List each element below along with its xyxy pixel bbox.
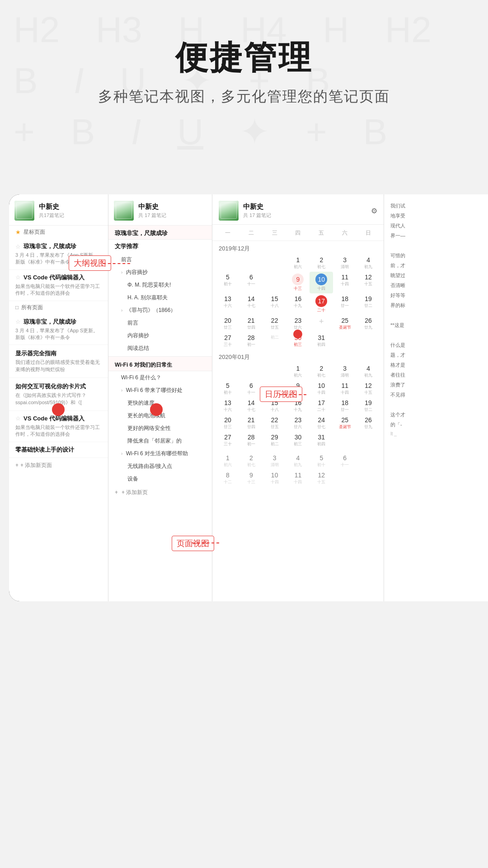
add-page-btn-list[interactable]: ++ 添加新页面 xyxy=(9,458,108,473)
jan-4[interactable]: 4初九 xyxy=(357,363,380,380)
partial-grid: 1初六 2初七 3清明 4初九 5初十 6十一 8十二 9十三 10十四 11十… xyxy=(212,453,384,487)
cal-day-9[interactable]: 9十三 xyxy=(286,272,310,293)
jan-30[interactable]: 30初三 xyxy=(286,432,310,449)
weekday-thu: 四 xyxy=(286,227,310,239)
jan-11[interactable]: 11十四 xyxy=(333,380,357,397)
add-page-btn-outline[interactable]: ++ 添加新页 xyxy=(108,485,212,500)
jan-20[interactable]: 20廿三 xyxy=(216,415,239,432)
notebook-count-3: 共 17 篇笔记 xyxy=(243,212,366,219)
star-section: ★ 星标页面 xyxy=(9,226,108,239)
cal-day-26[interactable]: 26廿九 xyxy=(357,315,380,332)
cal-day-16[interactable]: 16十九 xyxy=(286,293,310,315)
star-empty-icon-4: ☆ xyxy=(15,415,21,422)
annotation-page-label: 页面视图 xyxy=(172,536,214,551)
page-subtitle: 多种笔记本视图，多元化管理您的笔记页面 xyxy=(0,87,488,107)
cal-day-20[interactable]: 20廿三 xyxy=(216,315,239,332)
jan-17[interactable]: 17二十 xyxy=(310,397,333,415)
cal-day-1[interactable]: 1初六 xyxy=(286,255,310,272)
jan-19[interactable]: 19廿二 xyxy=(357,397,380,415)
jan-26[interactable]: 26廿九 xyxy=(357,415,380,432)
cal-day-14[interactable]: 14十七 xyxy=(239,293,263,315)
cal-day-6[interactable]: 6十一 xyxy=(239,272,263,293)
p6: 6十一 xyxy=(333,453,357,470)
list-item-7[interactable]: 零基础快读上手的设计 xyxy=(9,442,108,458)
jan-18[interactable]: 18廿一 xyxy=(333,397,357,415)
cal-day-15[interactable]: 15十八 xyxy=(263,293,286,315)
jan-25[interactable]: 25圣诞节 xyxy=(333,415,357,432)
list-notebook-header: 中新史 共17篇笔记 xyxy=(9,194,108,226)
cal-day-31[interactable]: 31初四 xyxy=(310,332,333,349)
jan-12[interactable]: 12十五 xyxy=(357,380,380,397)
file-icon: □ xyxy=(15,304,19,311)
weekday-sun: 日 xyxy=(357,227,380,239)
red-dot-calendar xyxy=(293,330,302,339)
jan-23[interactable]: 23廿六 xyxy=(286,415,310,432)
list-item-2[interactable]: ☆ VS Code 代码编辑器入 如果当电脑只能装一个软件还需学习工作时，不知道… xyxy=(9,270,108,301)
wifi-item-9: 设备 xyxy=(108,472,212,485)
jan-31[interactable]: 31初四 xyxy=(310,432,333,449)
jan-2[interactable]: 2初七 xyxy=(310,363,333,380)
cal-day-4[interactable]: 4初九 xyxy=(357,255,380,272)
reading-text: 我们试 地享受 现代人 界一— 可惜的 前，才 眺望过 否清晰 好等等 界的标 … xyxy=(390,201,488,439)
jan-28[interactable]: 28初一 xyxy=(239,432,263,449)
outline-item-7: 内容摘抄 xyxy=(108,329,212,342)
jan-6[interactable]: 6十一 xyxy=(239,380,263,397)
cal-day-add[interactable]: + xyxy=(310,315,333,332)
cal-day-30[interactable]: 30 初三 xyxy=(286,332,310,349)
cal-day-empty xyxy=(239,255,263,272)
weekday-sat: 六 xyxy=(333,227,357,239)
cal-day-17-today[interactable]: 17二十 xyxy=(310,293,333,315)
jan-empty2 xyxy=(239,363,263,380)
weekday-fri: 五 xyxy=(310,227,333,239)
cal-day-19[interactable]: 19廿二 xyxy=(357,293,380,315)
list-item-4[interactable]: 显示器完全指南 我们通过自己的眼睛感受实世受着毫无束缚的视野与绚烂缤纷 xyxy=(9,345,108,378)
star-empty-icon: ☆ xyxy=(15,243,21,250)
notebook-info-2: 中新史 共 17 篇笔记 xyxy=(138,203,206,219)
month-label-dec: 2019年12月 xyxy=(212,241,384,255)
cal-day-5[interactable]: 5初十 xyxy=(216,272,239,293)
wifi-item-1: Wi-Fi 6 是什么？ xyxy=(108,371,212,384)
notebook-info: 中新史 共17篇笔记 xyxy=(39,203,103,219)
page-title: 便捷管理 xyxy=(0,36,488,80)
cal-day-empty2 xyxy=(263,272,286,293)
cal-day-empty xyxy=(263,255,286,272)
cal-day-13[interactable]: 13十六 xyxy=(216,293,239,315)
jan-21[interactable]: 21廿四 xyxy=(239,415,263,432)
month-label-jan: 2020年01月 xyxy=(212,349,384,363)
outline-item-5: › 《罪与罚》（1866） xyxy=(108,304,212,316)
jan-22[interactable]: 22廿五 xyxy=(263,415,286,432)
cal-day-22[interactable]: 22廿五 xyxy=(263,315,286,332)
p9: 9十三 xyxy=(239,470,263,487)
notebook-info-3: 中新史 共 17 篇笔记 xyxy=(243,203,366,219)
cal-day-11[interactable]: 11十四 xyxy=(333,272,357,293)
jan-29[interactable]: 29初二 xyxy=(263,432,286,449)
wifi-item-5: 更好的网络安全性 xyxy=(108,422,212,434)
cal-day-empty xyxy=(216,255,239,272)
cal-day-18[interactable]: 18廿一 xyxy=(333,293,357,315)
annotation-line-outline xyxy=(103,263,130,264)
wifi-item-6: 降低来自「邻居家」的 xyxy=(108,434,212,447)
cal-day-28[interactable]: 28初一 xyxy=(239,332,263,349)
star-empty-icon-2: ☆ xyxy=(15,274,21,281)
jan-5[interactable]: 5初十 xyxy=(216,380,239,397)
cal-day-21[interactable]: 21廿四 xyxy=(239,315,263,332)
jan-3[interactable]: 3清明 xyxy=(333,363,357,380)
settings-icon[interactable]: ⚙ xyxy=(371,207,377,215)
jan-10[interactable]: 10十四 xyxy=(310,380,333,397)
jan-13[interactable]: 13十六 xyxy=(216,397,239,415)
jan-27[interactable]: 27三十 xyxy=(216,432,239,449)
jan-14[interactable]: 14十七 xyxy=(239,397,263,415)
cal-day-27[interactable]: 27三十 xyxy=(216,332,239,349)
cal-day-2[interactable]: 2初七 xyxy=(310,255,333,272)
all-pages-section: □ 所有页面 xyxy=(9,301,108,314)
cal-day-25[interactable]: 25圣诞节 xyxy=(333,315,357,332)
cal-day-10[interactable]: 10十四 xyxy=(310,272,333,293)
annotation-line-page xyxy=(192,542,219,543)
jan-1[interactable]: 1初六 xyxy=(286,363,310,380)
jan-24[interactable]: 24廿七 xyxy=(310,415,333,432)
cal-day-12[interactable]: 12十五 xyxy=(357,272,380,293)
list-item-3[interactable]: ☆ 琼瑰非宝，尺牍成珍 3 月 4 日，苹果发布了《App S更新。新版《标准》… xyxy=(9,314,108,345)
p4: 4初九 xyxy=(286,453,310,470)
cal-day-3[interactable]: 3清明 xyxy=(333,255,357,272)
weekday-mon: 一 xyxy=(216,227,239,239)
